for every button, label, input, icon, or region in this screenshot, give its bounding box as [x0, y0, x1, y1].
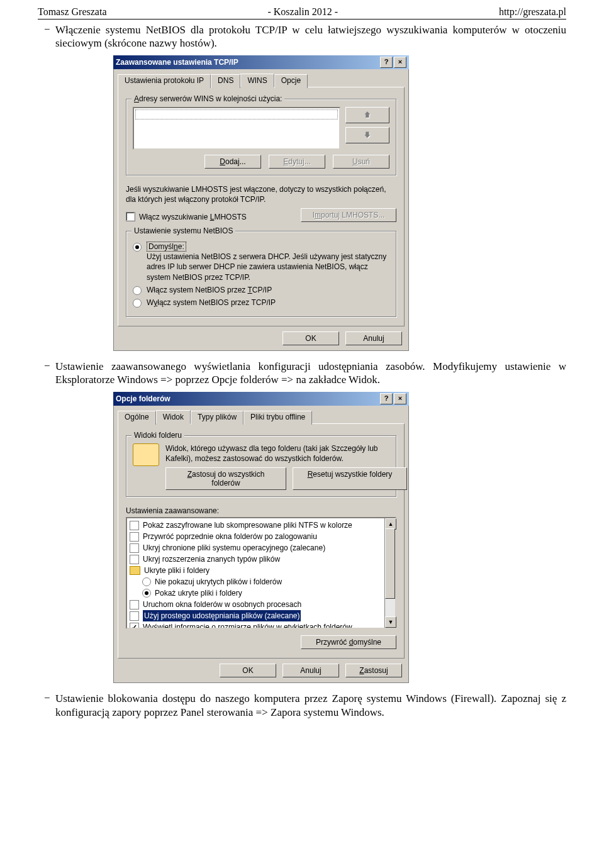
netbios-enable-label: Włącz system NetBIOS przez TCP/IP: [147, 285, 272, 295]
close-icon[interactable]: ×: [394, 57, 406, 68]
doc-header: Tomasz Greszata - Koszalin 2012 - http:/…: [38, 6, 566, 19]
checkbox-icon[interactable]: [130, 521, 139, 530]
list-item[interactable]: Uruchom okna folderów w osobnych procesa…: [130, 599, 382, 610]
header-left: Tomasz Greszata: [38, 6, 107, 18]
apply-all-button[interactable]: Zastosuj do wszystkich folderów: [165, 467, 286, 490]
list-item[interactable]: Ukryj rozszerzenia znanych typów plików: [130, 554, 382, 565]
tab-view[interactable]: Widok: [156, 410, 191, 424]
folder-views-text: Widok, którego używasz dla tego folderu …: [165, 443, 407, 464]
add-button[interactable]: Dodaj...: [204, 155, 261, 169]
tab-offline[interactable]: Pliki trybu offline: [243, 411, 312, 425]
help-icon[interactable]: ?: [380, 393, 393, 404]
ok-button[interactable]: OK: [282, 331, 339, 345]
netbios-disable-radio[interactable]: [133, 299, 142, 308]
list-item[interactable]: Wyświetl informacje o rozmiarze plików w…: [130, 621, 382, 628]
list-item-label: Ukryj chronione pliki systemu operacyjne…: [143, 542, 325, 554]
list-item[interactable]: Ukryte pliki i foldery: [130, 565, 382, 576]
folder-views-legend: Widoki folderu: [131, 431, 184, 440]
edit-button[interactable]: Edytuj...: [269, 155, 325, 169]
folder-icon: [130, 566, 140, 575]
tab-general[interactable]: Ogólne: [118, 411, 156, 425]
list-item[interactable]: Ukryj chronione pliki systemu operacyjne…: [130, 542, 382, 554]
header-right: http://greszata.pl: [499, 6, 566, 18]
bullet-3-text: Ustawienie blokowania dostępu do naszego…: [55, 692, 566, 719]
checkbox-icon[interactable]: [130, 543, 139, 553]
list-item[interactable]: Użyj prostego udostępniania plików (zale…: [130, 610, 382, 621]
list-item[interactable]: Pokaż zaszyfrowane lub skompresowane pli…: [130, 520, 382, 531]
bullet-2: − Ustawienie zaawansowanego wyświetlania…: [44, 360, 566, 387]
dash-icon: −: [44, 23, 55, 36]
checkbox-icon[interactable]: [130, 623, 139, 628]
wins-listbox[interactable]: [133, 107, 340, 150]
cancel-button[interactable]: Anuluj: [282, 664, 339, 677]
lmhosts-checkbox[interactable]: [126, 212, 135, 221]
folder-options-dialog: Opcje folderów ? × Ogólne Widok Typy pli…: [113, 392, 409, 684]
lmhosts-label: Włącz wyszukiwanie LMHOSTS: [139, 212, 247, 222]
checkbox-icon[interactable]: [130, 555, 139, 564]
wins-empty-selection: [135, 109, 338, 120]
list-item-label: Pokaż ukryte pliki i foldery: [155, 587, 242, 599]
folderopt-title: Opcje folderów: [116, 394, 379, 403]
move-down-button[interactable]: 🡇: [345, 127, 389, 143]
list-item-label: Uruchom okna folderów w osobnych procesa…: [143, 599, 301, 610]
reset-all-button[interactable]: Resetuj wszystkie foldery: [293, 467, 407, 490]
list-item-label: Ukryj rozszerzenia znanych typów plików: [143, 554, 280, 565]
import-lmhosts-button[interactable]: Importuj LMHOSTS...: [301, 208, 396, 222]
bullet-1: − Włączenie systemu NetBIOS dla protokoł…: [44, 23, 566, 50]
folderopt-tabstrip: Ogólne Widok Typy plików Pliki trybu off…: [118, 409, 405, 423]
close-icon[interactable]: ×: [394, 393, 406, 404]
scroll-down-icon[interactable]: ▼: [385, 616, 396, 628]
netbios-legend: Ustawienie systemu NetBIOS: [131, 226, 235, 235]
list-item-label: Wyświetl informacje o rozmiarze plików w…: [143, 621, 352, 628]
checkbox-icon[interactable]: [130, 600, 139, 609]
arrow-down-icon: 🡇: [364, 131, 371, 140]
checkbox-icon[interactable]: [130, 611, 139, 621]
list-item-label: Ukryte pliki i foldery: [144, 565, 210, 576]
folderopt-titlebar[interactable]: Opcje folderów ? ×: [113, 392, 409, 406]
netbios-enable-radio[interactable]: [133, 286, 142, 295]
list-item[interactable]: Przywróć poprzednie okna folderów po zal…: [130, 531, 382, 542]
netbios-disable-label: Wyłącz system NetBIOS przez TCP/IP: [147, 298, 276, 308]
radio-icon[interactable]: [142, 589, 151, 598]
netbios-default-desc: Użyj ustawienia NetBIOS z serwera DHCP. …: [147, 252, 386, 281]
tab-wins[interactable]: WINS: [240, 74, 274, 87]
lmhosts-text: Jeśli wyszukiwanie LMHOSTS jest włączone…: [126, 184, 396, 204]
wins-servers-legend: Adresy serwerów WINS w kolejności użycia…: [131, 94, 284, 103]
list-item-label: Użyj prostego udostępniania plików (zale…: [143, 610, 301, 621]
list-item-label: Nie pokazuj ukrytych plików i folderów: [155, 576, 282, 587]
list-item-label: Pokaż zaszyfrowane lub skompresowane pli…: [143, 520, 352, 531]
tcpip-title: Zaawansowane ustawienia TCP/IP: [116, 58, 379, 67]
list-item-label: Przywróć poprzednie okna folderów po zal…: [143, 531, 317, 542]
netbios-group: Ustawienie systemu NetBIOS Domyślne: Uży…: [126, 231, 396, 317]
tab-dns[interactable]: DNS: [211, 74, 240, 88]
bullet-2-text: Ustawienie zaawansowanego wyświetlania k…: [55, 360, 566, 387]
checkbox-icon[interactable]: [130, 532, 139, 542]
cancel-button[interactable]: Anuluj: [345, 331, 402, 345]
tab-options[interactable]: Opcje: [274, 74, 308, 88]
tab-filetypes[interactable]: Typy plików: [191, 411, 243, 425]
help-icon[interactable]: ?: [380, 57, 393, 68]
tcpip-dialog: Zaawansowane ustawienia TCP/IP ? × Ustaw…: [113, 55, 409, 352]
dash-icon: −: [44, 692, 55, 704]
restore-defaults-button[interactable]: Przywróć domyślne: [301, 635, 396, 649]
move-up-button[interactable]: 🡅: [345, 107, 389, 123]
folder-views-group: Widoki folderu Widok, którego używasz dl…: [126, 435, 396, 497]
netbios-default-label: Domyślne:: [147, 242, 186, 252]
advanced-label: Ustawienia zaawansowane:: [126, 506, 396, 516]
netbios-default-radio[interactable]: [133, 243, 142, 252]
advanced-listbox[interactable]: Pokaż zaszyfrowane lub skompresowane pli…: [126, 517, 396, 629]
tcpip-titlebar[interactable]: Zaawansowane ustawienia TCP/IP ? ×: [113, 55, 409, 69]
list-item[interactable]: Pokaż ukryte pliki i foldery: [130, 587, 382, 599]
list-item[interactable]: Nie pokazuj ukrytych plików i folderów: [130, 576, 382, 587]
tab-ip[interactable]: Ustawienia protokołu IP: [118, 74, 211, 88]
ok-button[interactable]: OK: [220, 664, 276, 677]
apply-button[interactable]: Zastosuj: [345, 664, 402, 677]
scroll-thumb[interactable]: [385, 528, 395, 599]
tcpip-tabstrip: Ustawienia protokołu IP DNS WINS Opcje: [118, 73, 405, 87]
scrollbar[interactable]: ▲ ▼: [384, 518, 395, 628]
arrow-up-icon: 🡅: [364, 111, 371, 120]
wins-servers-group: Adresy serwerów WINS w kolejności użycia…: [126, 99, 396, 175]
remove-button[interactable]: Usuń: [333, 155, 389, 169]
bullet-3: − Ustawienie blokowania dostępu do nasze…: [44, 692, 566, 719]
radio-icon[interactable]: [142, 577, 151, 586]
